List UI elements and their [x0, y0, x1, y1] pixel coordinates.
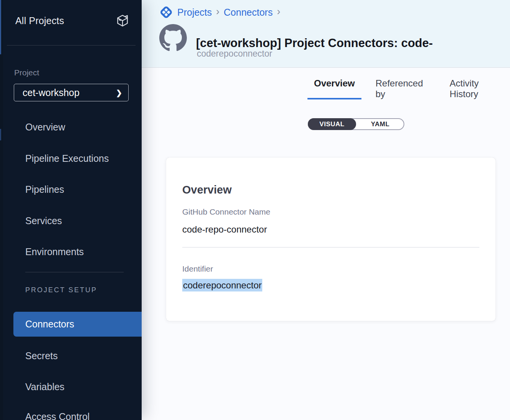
main-content: Projects › Connectors › [cet-workshop] P… [142, 0, 510, 420]
tab-activity-history[interactable]: Activity History [443, 78, 510, 99]
project-selector[interactable]: cet-workshop ❯ [14, 84, 129, 101]
sidebar-item-variables[interactable]: Variables [25, 381, 64, 392]
sidebar-item-label: Connectors [25, 319, 74, 330]
module-nav-strip [0, 0, 3, 420]
sidebar-item-pipelines[interactable]: Pipelines [25, 184, 64, 195]
sidebar-item-access-control[interactable]: Access Control [25, 411, 90, 420]
sidebar-item-environments[interactable]: Environments [25, 246, 84, 257]
breadcrumb-separator-icon: › [277, 7, 280, 18]
card-title: Overview [182, 184, 232, 196]
sidebar-section-divider [25, 272, 124, 272]
breadcrumb: Projects › Connectors › [159, 5, 280, 19]
projects-cube-button[interactable] [115, 13, 130, 28]
project-setup-header: PROJECT SETUP [25, 286, 97, 294]
tab-overview[interactable]: Overview [307, 78, 361, 99]
all-projects-label[interactable]: All Projects [15, 15, 64, 26]
identifier-label: Identifier [182, 264, 213, 273]
card-divider [182, 247, 479, 247]
breadcrumb-separator-icon: › [216, 7, 219, 18]
sidebar-item-connectors[interactable]: Connectors [13, 312, 142, 337]
project-selector-value: cet-workshop [23, 87, 80, 98]
connector-name-label: GitHub Connector Name [182, 207, 270, 217]
toggle-option-yaml[interactable]: YAML [356, 118, 404, 130]
connector-name-value: code-repo-connector [182, 224, 267, 235]
page-header: Projects › Connectors › [cet-workshop] P… [142, 0, 510, 68]
page-title: [cet-workshop] Project Connectors: code- [196, 36, 510, 50]
github-icon [159, 24, 187, 52]
tab-referenced-by[interactable]: Referenced by [369, 78, 436, 99]
identifier-highlighted-text: coderepoconnector [182, 279, 262, 291]
visual-yaml-toggle: VISUAL YAML [308, 118, 404, 130]
sidebar-item-pipeline-executions[interactable]: Pipeline Executions [25, 153, 109, 164]
module-active-indicator [0, 0, 1, 54]
harness-logo-icon [159, 5, 173, 19]
tab-bar: Overview Referenced by Activity History [307, 78, 510, 99]
identifier-value: coderepoconnector [182, 280, 262, 291]
project-sidebar: All Projects Project cet-workshop ❯ Over… [0, 0, 142, 420]
package-icon [115, 13, 130, 28]
chevron-right-icon: ❯ [116, 88, 122, 97]
page-subtitle: coderepoconnector [197, 49, 272, 59]
breadcrumb-link-projects[interactable]: Projects [177, 7, 212, 18]
module-scroll-indicator [0, 129, 1, 140]
breadcrumb-link-connectors[interactable]: Connectors [224, 7, 273, 18]
sidebar-item-secrets[interactable]: Secrets [25, 350, 58, 361]
sidebar-divider [7, 45, 136, 46]
toggle-option-visual[interactable]: VISUAL [308, 118, 356, 130]
project-section-label: Project [14, 68, 39, 77]
sidebar-item-overview[interactable]: Overview [25, 122, 65, 133]
sidebar-item-services[interactable]: Services [25, 215, 62, 226]
overview-card: Overview GitHub Connector Name code-repo… [166, 158, 495, 321]
